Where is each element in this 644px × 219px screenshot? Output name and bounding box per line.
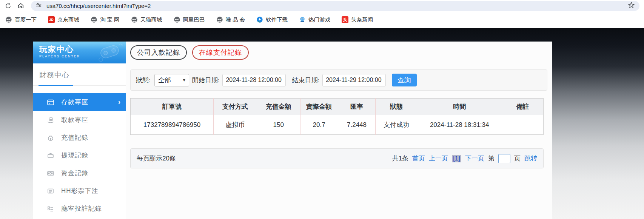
col-time: 時間 [417,99,502,115]
bookmark-label: 天猫商城 [140,16,162,23]
main-panel: 公司入款記錄 在線支付記錄 狀態: 全部 ▾ 開始日期: 結束日期: 查詢 [126,42,552,219]
globe-icon [216,16,223,23]
finance-section-header: 財務中心 [33,63,126,86]
cell-time: 2024-11-28 18:31:34 [417,115,502,135]
bookmark-toutiao[interactable]: 头 头条新闻 [342,16,373,23]
bookmark-games[interactable]: 热门游戏 [299,16,330,23]
bookmark-label: 淘 宝 网 [100,16,120,23]
sidebar-item-deposit[interactable]: 存款專區 › [33,93,126,111]
pagination-bar: 每頁顯示20條 共1条 首页 上一页 [1] 下一页 第 页 跳转 [130,148,544,168]
status-select[interactable]: 全部 ▾ [154,74,189,86]
next-page-link[interactable]: 下一页 [465,154,484,163]
end-date-input[interactable] [322,74,386,86]
sidebar-item-room-betting-record[interactable]: 廳室投註記錄 [33,200,126,217]
reload-icon [5,3,11,9]
start-date-input[interactable] [222,74,286,86]
bookmark-star-icon[interactable] [628,2,635,10]
end-date-label: 結束日期: [292,76,319,85]
sidebar-item-withdrawal-record[interactable]: 提現記錄 [33,147,126,164]
withdraw-hand-icon [47,116,54,124]
deposit-card-icon [47,99,54,106]
col-order-number: 訂單號 [131,99,214,115]
payment-records-table: 訂單號 支付方式 充值金額 實際金額 匯率 狀態 時間 備註 173278989… [130,98,544,135]
bookmark-label: 唯 品 会 [226,16,245,23]
col-recharge-amount: 充值金額 [257,99,300,115]
total-count-text: 共1条 [392,154,408,163]
section-accent-bar [39,85,73,86]
sidebar-item-label: 充值記錄 [61,133,88,142]
cell-exchange-rate: 7.2448 [338,115,376,135]
page-jump-input[interactable] [498,154,510,163]
col-payment-method: 支付方式 [213,99,257,115]
globe-icon [5,16,12,23]
query-button[interactable]: 查詢 [392,74,417,86]
bookmark-taobao[interactable]: 淘 宝 网 [91,16,120,23]
software-download-icon [256,16,263,23]
players-center-header: 玩家中心 PLAYERS CENTER [33,42,126,63]
sidebar-item-label: 存款專區 [61,98,88,106]
sidebar-item-label: 提現記錄 [61,151,88,160]
sidebar-item-hh-lottery[interactable]: HH彩票下注 [33,182,126,200]
url-text[interactable]: usa70.cc/hhcp/usercenter.html?iniType=2 [46,3,628,9]
bookmark-vip[interactable]: 唯 品 会 [216,16,245,23]
col-status: 狀態 [376,99,417,115]
cell-order-number: 1732789894786950 [131,115,214,135]
cell-status: 支付成功 [376,115,417,135]
filter-bar: 狀態: 全部 ▾ 開始日期: 結束日期: 查詢 [130,69,547,91]
jump-suffix-text: 页 [514,154,521,163]
bookmark-label: 热门游戏 [308,16,330,23]
bookmark-software[interactable]: 软件下载 [256,16,288,23]
tab-company-deposit-record[interactable]: 公司入款記錄 [130,45,187,60]
bookmark-alibaba[interactable]: 阿里巴巴 [174,16,205,23]
sidebar-item-label: 取款專區 [61,116,88,124]
sidebar-menu: 存款專區 › 取款專區 充值記錄 提現記錄 資金記錄 [33,86,126,217]
bookmark-tmall[interactable]: 天猫商城 [131,16,162,23]
cell-recharge-amount: 150 [257,115,300,135]
cell-payment-method: 虚拟币 [213,115,257,135]
col-exchange-rate: 匯率 [338,99,376,115]
game-mascot-icon [299,16,306,23]
home-icon [17,2,24,9]
jd-icon: JD [48,16,55,23]
bookmark-label: 软件下载 [266,16,288,23]
wallet-icon [47,152,54,159]
pagination-controls: 共1条 首页 上一页 [1] 下一页 第 页 跳转 [392,154,537,163]
chevron-down-icon: ▾ [183,77,185,83]
moneybag-icon [47,134,54,142]
col-actual-amount: 實際金額 [300,99,338,115]
sidebar-item-label: 廳室投註記錄 [61,204,102,213]
cell-actual-amount: 20.7 [300,115,338,135]
globe-icon [91,16,97,23]
site-settings-icon[interactable] [35,2,42,10]
home-button[interactable] [16,1,26,11]
sidebar-item-recharge-record[interactable]: 充值記錄 [33,129,126,147]
bookmarks-bar: 百度一下 JD 京东商城 淘 宝 网 天猫商城 阿里巴巴 唯 品 会 软件下载 [0,11,644,28]
sidebar: 玩家中心 PLAYERS CENTER 財務中心 [33,42,126,219]
status-select-value: 全部 [158,76,171,85]
page-background: 玩家中心 PLAYERS CENTER 財務中心 [0,28,644,219]
jump-button[interactable]: 跳转 [524,154,537,163]
address-bar[interactable]: usa70.cc/hhcp/usercenter.html?iniType=2 [31,1,639,11]
reload-button[interactable] [3,1,13,11]
table-row: 1732789894786950 虚拟币 150 20.7 7.2448 支付成… [131,115,544,135]
status-label: 狀態: [136,76,151,85]
bookmark-jd[interactable]: JD 京东商城 [48,16,79,23]
sidebar-item-label: HH彩票下注 [61,187,99,195]
cell-remark [502,115,544,135]
globe-icon [174,16,180,23]
sidebar-item-label: 資金記錄 [61,169,88,177]
bookmark-label: 京东商城 [57,16,79,23]
screen: usa70.cc/hhcp/usercenter.html?iniType=2 … [0,0,644,219]
prev-page-link[interactable]: 上一页 [429,154,448,163]
sidebar-item-funds-record[interactable]: 資金記錄 [33,164,126,182]
sidebar-item-withdraw[interactable]: 取款專區 [33,111,126,129]
current-page-indicator: [1] [452,155,461,162]
globe-icon [131,16,138,23]
first-page-link[interactable]: 首页 [412,154,425,163]
tab-online-payment-record[interactable]: 在線支付記錄 [192,45,249,60]
bookmark-baidu[interactable]: 百度一下 [5,16,37,23]
bookmark-label: 百度一下 [15,16,37,23]
bookmark-label: 阿里巴巴 [183,16,205,23]
col-remark: 備註 [502,99,544,115]
browser-toolbar: usa70.cc/hhcp/usercenter.html?iniType=2 [0,0,644,11]
